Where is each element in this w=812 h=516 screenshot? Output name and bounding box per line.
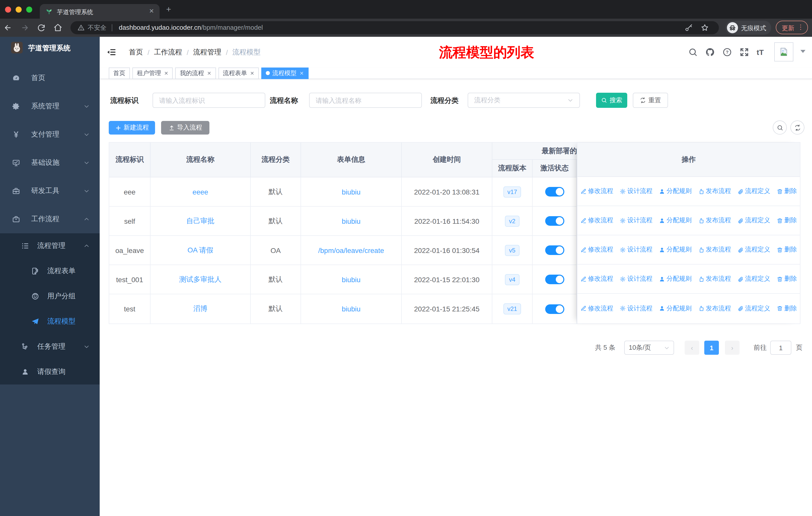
- tag-close-icon[interactable]: ✕: [207, 70, 211, 76]
- fullscreen-icon[interactable]: [740, 47, 749, 57]
- breadcrumb-item[interactable]: 工作流程: [154, 48, 182, 57]
- traffic-zoom-button[interactable]: [26, 6, 32, 12]
- browser-tab[interactable]: 芋道管理系统 ✕: [40, 4, 160, 19]
- active-toggle[interactable]: [545, 216, 564, 226]
- tab-close-icon[interactable]: ✕: [149, 7, 154, 15]
- action-发布流程[interactable]: 发布流程: [698, 245, 731, 254]
- next-page-button[interactable]: ›: [725, 341, 740, 355]
- forward-icon[interactable]: [21, 23, 30, 32]
- active-toggle[interactable]: [545, 304, 564, 314]
- avatar[interactable]: [774, 42, 793, 61]
- action-发布流程[interactable]: 发布流程: [698, 187, 731, 195]
- search-icon[interactable]: [688, 47, 698, 57]
- action-发布流程[interactable]: 发布流程: [698, 216, 731, 225]
- action-修改流程[interactable]: 修改流程: [580, 245, 613, 254]
- action-流程定义[interactable]: 流程定义: [737, 187, 770, 195]
- filter-select-category[interactable]: 流程分类: [468, 93, 580, 108]
- refresh-table-button[interactable]: [790, 120, 805, 135]
- active-toggle[interactable]: [545, 275, 564, 284]
- sidebar-item-工作流程[interactable]: 工作流程: [0, 205, 100, 233]
- tag-租户管理[interactable]: 租户管理✕: [133, 67, 173, 79]
- sidebar-item-系统管理[interactable]: 系统管理: [0, 92, 100, 120]
- sidebar-item-流程模型[interactable]: 流程模型: [0, 309, 100, 334]
- form-info-link[interactable]: biubiu: [342, 188, 361, 196]
- new-tab-button[interactable]: +: [166, 4, 171, 15]
- action-设计流程[interactable]: 设计流程: [620, 304, 652, 313]
- active-toggle[interactable]: [545, 187, 564, 196]
- tag-首页[interactable]: 首页: [109, 67, 130, 79]
- sidebar-item-首页[interactable]: 首页: [0, 64, 100, 92]
- prev-page-button[interactable]: ‹: [685, 341, 699, 355]
- sidebar-item-流程管理[interactable]: 流程管理: [0, 233, 100, 259]
- version-badge[interactable]: v21: [503, 303, 521, 315]
- version-badge[interactable]: v2: [505, 215, 519, 226]
- current-page-button[interactable]: 1: [704, 341, 719, 355]
- create-process-button[interactable]: 新建流程: [109, 121, 155, 135]
- browser-menu-icon[interactable]: ⋮: [798, 23, 804, 31]
- action-分配规则[interactable]: 分配规则: [659, 275, 692, 283]
- avatar-caret-icon[interactable]: [801, 50, 806, 53]
- action-分配规则[interactable]: 分配规则: [659, 187, 692, 195]
- form-info-link[interactable]: biubiu: [342, 217, 361, 225]
- action-流程定义[interactable]: 流程定义: [737, 275, 770, 283]
- page-size-select[interactable]: 10条/页: [624, 341, 674, 355]
- breadcrumb-item[interactable]: 流程管理: [193, 48, 222, 57]
- action-修改流程[interactable]: 修改流程: [580, 216, 613, 225]
- process-name-link[interactable]: 滔博: [193, 304, 207, 314]
- breadcrumb-item[interactable]: 首页: [129, 48, 143, 57]
- version-badge[interactable]: v17: [503, 186, 521, 197]
- help-icon[interactable]: ?: [722, 47, 732, 57]
- action-设计流程[interactable]: 设计流程: [620, 187, 652, 195]
- action-删除[interactable]: 删除: [777, 187, 797, 195]
- form-info-link[interactable]: biubiu: [342, 275, 361, 283]
- version-badge[interactable]: v4: [505, 274, 519, 285]
- action-流程定义[interactable]: 流程定义: [737, 216, 770, 225]
- github-icon[interactable]: [705, 47, 715, 57]
- action-发布流程[interactable]: 发布流程: [698, 304, 731, 313]
- action-发布流程[interactable]: 发布流程: [698, 275, 731, 283]
- sidebar-item-用户分组[interactable]: 用户分组: [0, 284, 100, 309]
- action-设计流程[interactable]: 设计流程: [620, 216, 652, 225]
- update-button[interactable]: 更新 ⋮: [776, 21, 808, 34]
- action-流程定义[interactable]: 流程定义: [737, 245, 770, 254]
- action-修改流程[interactable]: 修改流程: [580, 304, 613, 313]
- action-修改流程[interactable]: 修改流程: [580, 275, 613, 283]
- bookmark-star-icon[interactable]: [701, 24, 709, 32]
- action-流程定义[interactable]: 流程定义: [737, 304, 770, 313]
- import-process-button[interactable]: 导入流程: [161, 121, 209, 135]
- action-设计流程[interactable]: 设计流程: [620, 245, 652, 254]
- action-删除[interactable]: 删除: [777, 216, 797, 225]
- form-info-link[interactable]: /bpm/oa/leave/create: [318, 246, 384, 254]
- filter-input-name[interactable]: [309, 93, 422, 108]
- version-badge[interactable]: v5: [505, 245, 519, 256]
- traffic-minimize-button[interactable]: [16, 6, 22, 12]
- sidebar-item-流程表单[interactable]: 流程表单: [0, 259, 100, 284]
- toggle-search-button[interactable]: [773, 120, 787, 135]
- back-icon[interactable]: [3, 23, 12, 32]
- action-分配规则[interactable]: 分配规则: [659, 245, 692, 254]
- process-name-link[interactable]: 自己审批: [186, 216, 214, 225]
- address-bar[interactable]: 不安全 dashboard.yudao.iocoder.cn/bpm/manag…: [70, 21, 719, 34]
- form-info-link[interactable]: biubiu: [342, 305, 361, 313]
- reset-button[interactable]: 重置: [633, 93, 668, 108]
- search-button[interactable]: 搜索: [596, 93, 627, 108]
- action-设计流程[interactable]: 设计流程: [620, 275, 652, 283]
- action-删除[interactable]: 删除: [777, 275, 797, 283]
- sidebar-item-基础设施[interactable]: 基础设施: [0, 148, 100, 177]
- reload-icon[interactable]: [37, 23, 46, 32]
- sidebar-item-请假查询[interactable]: 请假查询: [0, 359, 100, 384]
- tag-close-icon[interactable]: ✕: [299, 70, 304, 76]
- home-icon[interactable]: [53, 23, 62, 32]
- filter-input-id[interactable]: [152, 93, 265, 108]
- action-修改流程[interactable]: 修改流程: [580, 187, 613, 195]
- sidebar-item-支付管理[interactable]: 支付管理: [0, 120, 100, 148]
- action-分配规则[interactable]: 分配规则: [659, 216, 692, 225]
- key-icon[interactable]: [685, 24, 693, 32]
- sidebar-item-任务管理[interactable]: 任务管理: [0, 334, 100, 359]
- traffic-close-button[interactable]: [5, 6, 11, 12]
- active-toggle[interactable]: [545, 245, 564, 255]
- tag-close-icon[interactable]: ✕: [164, 70, 168, 76]
- font-size-icon[interactable]: tT: [757, 48, 764, 56]
- tag-流程表单[interactable]: 流程表单✕: [219, 67, 259, 79]
- menu-fold-icon[interactable]: [107, 47, 116, 57]
